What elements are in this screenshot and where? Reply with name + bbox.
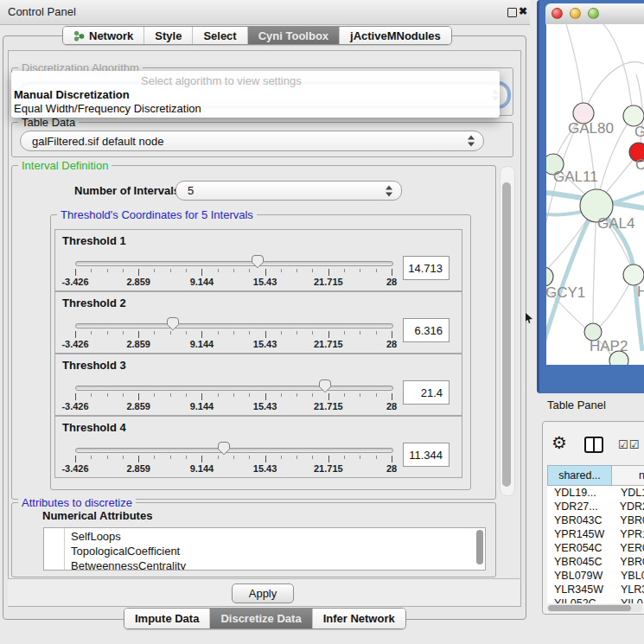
traffic-light-close-icon[interactable] bbox=[552, 8, 563, 19]
network-icon bbox=[73, 30, 85, 41]
node-label-hap2: HAP2 bbox=[590, 338, 628, 354]
apply-row: Apply bbox=[8, 578, 520, 606]
tab-jactivemnodules[interactable]: jActiveMNodules bbox=[339, 27, 451, 44]
window-title: Control Panel bbox=[8, 5, 76, 18]
slider-thumb[interactable] bbox=[251, 254, 265, 269]
node-gcy1[interactable] bbox=[546, 267, 553, 286]
table-body[interactable]: YDL19...YDL1 YDR27...YDR2 YBR043CYBR0 YP… bbox=[547, 486, 644, 603]
node-label-partial-c: C bbox=[635, 156, 644, 173]
dropdown-placeholder-item: Select algorithm to view settings bbox=[141, 74, 302, 87]
split-view-icon[interactable] bbox=[584, 437, 603, 453]
combo-stepper-icon bbox=[385, 185, 392, 196]
attribute-checkbox-column bbox=[64, 528, 65, 570]
slider-axis-labels: -3.426 2.859 9.144 15.43 21.715 28 bbox=[75, 339, 392, 349]
dropdown-option-equal-width[interactable]: Equal Width/Frequency Discretization bbox=[14, 102, 201, 115]
algorithm-dropdown-popup: Select algorithm to view settings Manual… bbox=[11, 71, 500, 118]
network-view-window[interactable]: GAL80 GA C GAL11 GAL4 GCY1 H HAP2 bbox=[537, 0, 644, 393]
network-window-titlebar[interactable] bbox=[545, 3, 644, 25]
attribute-item[interactable]: TopologicalCoefficient bbox=[71, 545, 180, 558]
screen: Control Panel ✖ Network Style Select Cyn… bbox=[0, 0, 644, 644]
table-horizontal-scrollbar[interactable] bbox=[547, 604, 642, 612]
table-row[interactable]: YBR045CYBR0 bbox=[547, 555, 644, 569]
slider-ticks bbox=[75, 393, 392, 400]
mouse-cursor-icon bbox=[526, 313, 532, 323]
tab-discretize-data[interactable]: Discretize Data bbox=[209, 609, 311, 628]
attribute-item[interactable]: BetweennessCentrality bbox=[71, 559, 186, 571]
slider-axis-labels: -3.426 2.859 9.144 15.43 21.715 28 bbox=[75, 277, 392, 287]
attribute-item[interactable]: SelfLoops bbox=[71, 530, 121, 543]
slider-thumb[interactable] bbox=[318, 379, 332, 393]
tab-network-label: Network bbox=[89, 29, 133, 42]
traffic-light-zoom-icon[interactable] bbox=[588, 8, 599, 19]
numerical-attributes-title: Numerical Attributes bbox=[42, 509, 152, 522]
node-label-gal80: GAL80 bbox=[568, 120, 614, 137]
attributes-list-scrollbar-thumb[interactable] bbox=[476, 530, 483, 564]
table-data-group: Table Data galFiltered.sif default node bbox=[11, 122, 513, 157]
table-row[interactable]: YER054CYER0 bbox=[547, 541, 644, 555]
threshold-row-1: Threshold 1 -3.426 2.859 9.144 15.43 21.… bbox=[54, 229, 462, 291]
table-row[interactable]: YBR043CYBR0 bbox=[547, 513, 644, 527]
slider-thumb[interactable] bbox=[166, 316, 180, 331]
table-horizontal-scrollbar-thumb[interactable] bbox=[548, 605, 631, 611]
settings-scrollbar[interactable] bbox=[500, 166, 515, 496]
settings-scrollbar-thumb[interactable] bbox=[502, 182, 511, 487]
close-icon[interactable]: ✖ bbox=[519, 5, 527, 17]
numerical-attributes-list[interactable]: SelfLoops TopologicalCoefficient Between… bbox=[43, 527, 486, 571]
float-window-icon[interactable] bbox=[507, 8, 517, 17]
threshold-row-3: Threshold 3 -3.426 2.859 9.144 15.43 21.… bbox=[54, 354, 462, 416]
network-canvas[interactable]: GAL80 GA C GAL11 GAL4 GCY1 H HAP2 bbox=[546, 24, 644, 365]
slider-ticks bbox=[75, 331, 392, 338]
number-of-intervals-label: Number of Intervals bbox=[74, 184, 180, 197]
table-data-group-label: Table Data bbox=[18, 116, 79, 129]
table-row[interactable]: YLR345WYLR3 bbox=[547, 583, 644, 596]
thresholds-group: Threshold's Coordinates for 5 Intervals … bbox=[50, 214, 471, 490]
tab-infer-network[interactable]: Infer Network bbox=[312, 609, 405, 628]
tab-network[interactable]: Network bbox=[63, 27, 143, 44]
apply-button[interactable]: Apply bbox=[232, 583, 294, 603]
table-panel-title: Table Panel bbox=[547, 399, 606, 411]
table-header: shared... n bbox=[547, 465, 644, 486]
number-of-intervals-combobox[interactable]: 5 bbox=[175, 181, 402, 201]
column-header-shared-name[interactable]: shared... bbox=[547, 465, 612, 486]
network-graph: GAL80 GA C GAL11 GAL4 GCY1 H HAP2 bbox=[546, 24, 644, 365]
slider-ticks bbox=[75, 269, 392, 276]
threshold-value-field[interactable]: 14.713 bbox=[403, 256, 450, 280]
control-panel-titlebar: Control Panel ✖ bbox=[0, 0, 530, 25]
table-row[interactable]: YIL052CYIL0 bbox=[547, 596, 644, 603]
node[interactable] bbox=[623, 265, 644, 285]
node-label-partial-h: H bbox=[637, 284, 644, 300]
table-panel-window: ⚙ ☑☑ shared... n YDL19...YDL1 YDR27...YD… bbox=[542, 421, 644, 615]
threshold-value-field[interactable]: 6.316 bbox=[403, 318, 450, 342]
table-row[interactable]: YPR145WYPR1 bbox=[547, 527, 644, 541]
table-row[interactable]: YDL19...YDL1 bbox=[547, 486, 644, 500]
dropdown-option-manual-discretization[interactable]: Manual Discretization bbox=[14, 88, 130, 101]
threshold-row-4: Threshold 4 -3.426 2.859 9.144 15.43 21.… bbox=[54, 416, 462, 478]
interval-definition-group-label: Interval Definition bbox=[18, 159, 112, 172]
control-panel-tabbar: Network Style Select Cyni Toolbox jActiv… bbox=[62, 26, 452, 45]
tab-select[interactable]: Select bbox=[192, 27, 246, 44]
gear-icon[interactable]: ⚙ bbox=[552, 434, 567, 451]
slider-ticks bbox=[75, 456, 392, 462]
slider-axis-labels: -3.426 2.859 9.144 15.43 21.715 28 bbox=[75, 463, 392, 474]
tab-style[interactable]: Style bbox=[143, 27, 192, 44]
table-data-combobox-value: galFiltered.sif default node bbox=[32, 135, 163, 148]
tab-impute-data[interactable]: Impute Data bbox=[124, 609, 209, 628]
threshold-value-field[interactable]: 21.4 bbox=[403, 380, 450, 405]
table-data-combobox[interactable]: galFiltered.sif default node bbox=[20, 131, 484, 151]
cyni-bottom-tabbar: Impute Data Discretize Data Infer Networ… bbox=[124, 608, 406, 629]
threshold-row-2: Threshold 2 -3.426 2.859 9.144 15.43 21.… bbox=[54, 291, 462, 354]
node-label-partial-ga: GA bbox=[634, 124, 644, 140]
interval-definition-group: Interval Definition Number of Intervals … bbox=[11, 165, 496, 500]
slider-thumb[interactable] bbox=[217, 441, 231, 456]
select-columns-checkbox-icons[interactable]: ☑☑ bbox=[618, 438, 640, 451]
node-label-gal11: GAL11 bbox=[553, 169, 598, 185]
number-of-intervals-value: 5 bbox=[188, 184, 194, 197]
table-row[interactable]: YDR27...YDR2 bbox=[547, 500, 644, 513]
table-row[interactable]: YBL079WYBL0 bbox=[547, 569, 644, 583]
tab-cyni-toolbox[interactable]: Cyni Toolbox bbox=[247, 27, 339, 44]
column-header-name[interactable]: n bbox=[612, 465, 644, 486]
node-label-gal4: GAL4 bbox=[597, 215, 634, 232]
traffic-light-minimize-icon[interactable] bbox=[570, 8, 581, 19]
threshold-value-field[interactable]: 11.344 bbox=[403, 443, 450, 467]
thresholds-group-label: Threshold's Coordinates for 5 Intervals bbox=[57, 208, 257, 221]
